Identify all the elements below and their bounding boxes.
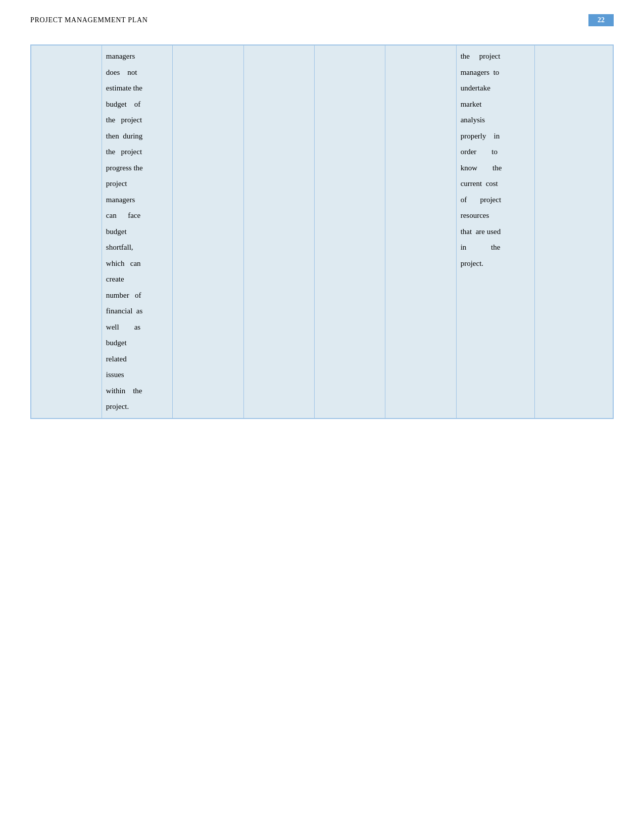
col2-line-19: budget	[106, 335, 168, 351]
col2-line-9: project	[106, 176, 168, 192]
col7-line-3: undertake	[461, 80, 530, 97]
col7-text: the project managers to undertake market…	[461, 49, 530, 271]
col2-line-20: related	[106, 351, 168, 367]
col7-cell: the project managers to undertake market…	[456, 45, 534, 419]
col2-cell: managers does not estimate the budget of…	[102, 45, 172, 419]
table-row: managers does not estimate the budget of…	[31, 45, 613, 419]
col7-line-12: that are used	[461, 224, 530, 240]
col2-line-4: budget of	[106, 97, 168, 113]
col4-cell	[243, 45, 314, 419]
col2-line-15: create	[106, 271, 168, 288]
col2-line-17: financial as	[106, 303, 168, 319]
col1-cell	[31, 45, 102, 419]
page-number-box: 22	[588, 14, 614, 26]
col2-line-8: progress the	[106, 160, 168, 176]
col7-line-13: in the	[461, 240, 530, 256]
col6-cell	[385, 45, 456, 419]
col7-line-2: managers to	[461, 65, 530, 81]
col2-line-21: issues	[106, 367, 168, 383]
page-title: PROJECT MANAGEMMENT PLAN	[30, 16, 148, 24]
col2-line-11: can face	[106, 208, 168, 224]
col2-line-10: managers	[106, 192, 168, 208]
col7-line-10: of project	[461, 192, 530, 208]
col7-line-5: analysis	[461, 112, 530, 128]
page-number: 22	[598, 16, 605, 24]
col2-line-3: estimate the	[106, 80, 168, 97]
col7-line-4: market	[461, 97, 530, 113]
col7-line-9: current cost	[461, 176, 530, 192]
table-wrapper: managers does not estimate the budget of…	[0, 34, 644, 439]
col2-line-5: the project	[106, 112, 168, 128]
col2-line-23: project.	[106, 399, 168, 415]
col5-cell	[314, 45, 385, 419]
col7-line-14: project.	[461, 256, 530, 272]
col7-line-6: properly in	[461, 128, 530, 145]
main-table: managers does not estimate the budget of…	[30, 44, 614, 419]
col2-line-2: does not	[106, 65, 168, 81]
col2-line-22: within the	[106, 383, 168, 399]
col2-line-1: managers	[106, 49, 168, 65]
col2-line-12: budget	[106, 224, 168, 240]
col7-line-1: the project	[461, 49, 530, 65]
col2-line-14: which can	[106, 256, 168, 272]
col7-line-11: resources	[461, 208, 530, 224]
col2-line-6: then during	[106, 128, 168, 145]
col3-cell	[173, 45, 243, 419]
col2-line-13: shortfall,	[106, 240, 168, 256]
col7-line-7: order to	[461, 144, 530, 160]
col2-line-7: the project	[106, 144, 168, 160]
col2-line-16: number of	[106, 288, 168, 304]
col8-cell	[535, 45, 613, 419]
page-header: PROJECT MANAGEMMENT PLAN 22	[0, 0, 644, 34]
col2-line-18: well as	[106, 319, 168, 336]
col7-line-8: know the	[461, 160, 530, 176]
col2-text: managers does not estimate the budget of…	[106, 49, 168, 415]
